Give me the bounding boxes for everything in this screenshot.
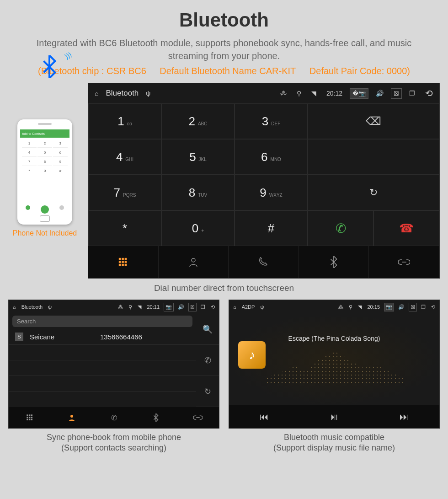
- phonebook-statusbar: ⌂ Bluetooth ψ ⁂ ⚲ ◥ 20:11 📷 🔊 ☒ ❐ ⟲: [9, 300, 219, 314]
- svg-rect-16: [27, 419, 28, 420]
- next-button[interactable]: ⏭: [369, 405, 439, 428]
- close-icon[interactable]: ☒: [409, 303, 417, 311]
- nav-pair[interactable]: [369, 246, 439, 278]
- wifi-icon: ◥: [357, 303, 363, 311]
- volume-icon[interactable]: 🔊: [176, 303, 186, 311]
- key-1[interactable]: 1oo: [88, 103, 161, 139]
- side-search-icon[interactable]: 🔍: [196, 314, 219, 345]
- svg-rect-15: [31, 417, 32, 418]
- wifi-icon: ◥: [136, 303, 143, 311]
- music-note-icon: ♪: [249, 348, 255, 362]
- volume-icon[interactable]: 🔊: [373, 88, 386, 99]
- dialer-caption: Dial number direct from touchscreen: [0, 279, 448, 298]
- svg-rect-10: [27, 414, 28, 416]
- camera-icon[interactable]: 📷: [164, 303, 174, 311]
- key-hash[interactable]: #: [235, 210, 308, 246]
- phonebook-screen: ⌂ Bluetooth ψ ⁂ ⚲ ◥ 20:11 📷 🔊 ☒ ❐ ⟲ Sear…: [8, 300, 219, 429]
- key-3[interactable]: 3DEF: [235, 103, 308, 139]
- svg-rect-1: [122, 258, 124, 260]
- spec-line: (Bluetooth chip : CSR BC6 Default Blueto…: [0, 62, 448, 83]
- key-8[interactable]: 8TUV: [161, 175, 235, 210]
- recents-icon[interactable]: ❐: [406, 88, 418, 99]
- phone-keypad: 123 456 789 *0#: [20, 138, 69, 177]
- camera-icon[interactable]: �📷: [350, 88, 368, 99]
- location-icon: ⚲: [294, 88, 304, 99]
- empty-row: [9, 376, 196, 392]
- key-9[interactable]: 9WXYZ: [235, 175, 308, 210]
- side-sync-icon[interactable]: ↻: [196, 376, 219, 407]
- svg-rect-4: [122, 261, 124, 263]
- clock-text: 20:12: [324, 88, 345, 99]
- dialer-keypad: 1oo 2ABC 3DEF ⌫ 4GHI 5JKL 6MNO 7PQRS 8TU…: [88, 103, 439, 246]
- svg-rect-12: [31, 414, 32, 416]
- empty-cell: [308, 139, 439, 175]
- empty-row: [9, 360, 196, 376]
- contact-initial: S: [15, 333, 23, 341]
- page-title: Bluetooth: [0, 0, 448, 37]
- svg-rect-11: [29, 414, 30, 416]
- phone-caption: Phone Not Included: [13, 229, 77, 237]
- nav-bluetooth[interactable]: [299, 246, 369, 278]
- song-title: Escape (The Pina Colada Song): [288, 335, 380, 342]
- spec-name: Default Bluetooth Name CAR-KIT: [160, 66, 296, 76]
- location-icon: ⚲: [347, 303, 354, 311]
- bluetooth-status-icon: ⁂: [337, 303, 345, 311]
- hangup-button[interactable]: ☎: [373, 210, 439, 246]
- svg-rect-0: [119, 258, 121, 260]
- prev-button[interactable]: ⏮: [229, 405, 299, 428]
- key-4[interactable]: 4GHI: [88, 139, 161, 175]
- redial-button[interactable]: ↻: [308, 175, 439, 210]
- contact-name: Seicane: [30, 333, 94, 341]
- usb-icon: ψ: [259, 303, 265, 311]
- visualizer: [266, 348, 403, 384]
- search-input[interactable]: Search: [12, 316, 192, 327]
- music-caption: Bluetooth music compatible (Support disp…: [229, 429, 440, 454]
- home-icon[interactable]: ⌂: [232, 303, 238, 311]
- back-icon[interactable]: ⟲: [422, 86, 436, 101]
- nav-keypad[interactable]: [9, 407, 51, 428]
- nav-bluetooth[interactable]: [135, 407, 177, 428]
- empty-row: [9, 345, 196, 360]
- camera-icon[interactable]: 📷: [384, 303, 394, 311]
- wifi-icon: ◥: [309, 88, 319, 99]
- svg-rect-17: [29, 419, 30, 420]
- phone-illustration: Add to Contacts 123 456 789 *0# P: [8, 83, 81, 279]
- nav-history[interactable]: [229, 246, 299, 278]
- contact-row[interactable]: S Seicane 13566664466: [9, 329, 196, 345]
- svg-rect-5: [125, 261, 127, 263]
- key-5[interactable]: 5JKL: [161, 139, 235, 175]
- volume-icon[interactable]: 🔊: [397, 303, 406, 311]
- nav-keypad[interactable]: [88, 246, 159, 278]
- bluetooth-status-icon: ⁂: [117, 303, 124, 311]
- key-6[interactable]: 6MNO: [235, 139, 308, 175]
- svg-rect-2: [125, 258, 127, 260]
- statusbar-title: Bluetooth: [106, 89, 139, 98]
- svg-point-19: [70, 415, 73, 418]
- call-button[interactable]: ✆: [308, 210, 373, 246]
- svg-rect-3: [119, 261, 121, 263]
- nav-contacts[interactable]: [51, 407, 93, 428]
- home-icon[interactable]: ⌂: [92, 88, 101, 99]
- side-call-icon[interactable]: ✆: [196, 345, 219, 376]
- recents-icon[interactable]: ❐: [199, 303, 207, 311]
- nav-pair[interactable]: [177, 407, 219, 428]
- nav-contacts[interactable]: [159, 246, 229, 278]
- key-2[interactable]: 2ABC: [161, 103, 235, 139]
- backspace-button[interactable]: ⌫: [308, 103, 439, 139]
- recents-icon[interactable]: ❐: [420, 303, 427, 311]
- back-icon[interactable]: ⟲: [209, 303, 216, 311]
- nav-history[interactable]: ✆: [93, 407, 135, 428]
- bottom-nav: [88, 246, 439, 278]
- bluetooth-icon: [40, 55, 63, 78]
- play-pause-button[interactable]: ⏯: [299, 405, 369, 428]
- home-icon[interactable]: ⌂: [11, 303, 17, 311]
- contact-number: 13566664466: [100, 333, 142, 341]
- phonebook-nav: ✆: [9, 407, 219, 428]
- close-icon[interactable]: ☒: [188, 303, 197, 311]
- empty-row: [9, 392, 196, 407]
- back-icon[interactable]: ⟲: [430, 303, 437, 311]
- key-star[interactable]: *: [88, 210, 161, 246]
- key-7[interactable]: 7PQRS: [88, 175, 161, 210]
- close-icon[interactable]: ☒: [391, 88, 402, 99]
- key-0[interactable]: 0+: [161, 210, 235, 246]
